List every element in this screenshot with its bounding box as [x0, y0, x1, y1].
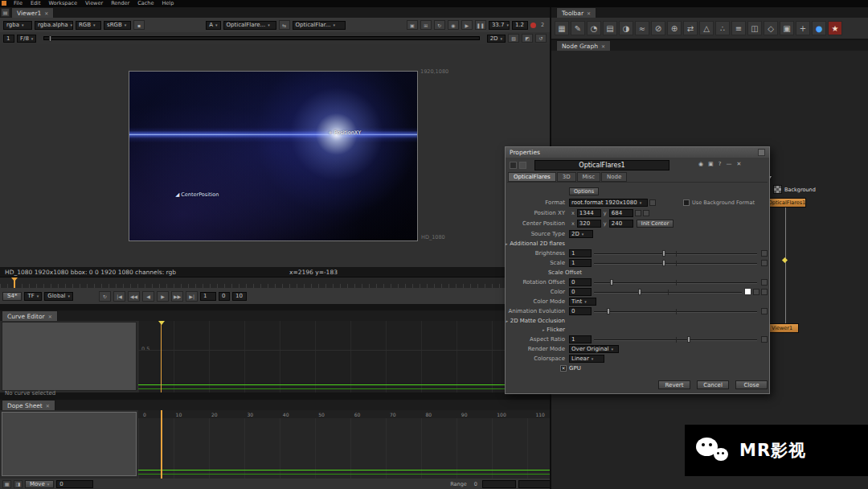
- node-graph-tab[interactable]: Node Graph ✕: [556, 40, 611, 51]
- center-x-field[interactable]: 320: [577, 220, 601, 228]
- curve-editor-tab[interactable]: Curve Editor ✕: [2, 310, 58, 321]
- alpha-layer-dropdown[interactable]: rgba.alpha: [35, 21, 73, 30]
- view-badge[interactable]: 2: [541, 22, 544, 28]
- color-slider[interactable]: [594, 288, 742, 296]
- menu-item[interactable]: Edit: [27, 0, 45, 7]
- disclosure-icon[interactable]: ▸: [542, 327, 545, 332]
- menu-item[interactable]: File: [10, 0, 27, 7]
- range-start-field[interactable]: [482, 480, 516, 488]
- range-lock-button[interactable]: S4*: [2, 292, 22, 301]
- dope-sheet-tab[interactable]: Dope Sheet ✕: [2, 400, 55, 410]
- curve-graph[interactable]: 0.5: [138, 321, 550, 392]
- background-node[interactable]: Background: [773, 185, 816, 194]
- current-frame-field[interactable]: 1: [200, 292, 216, 301]
- close-button[interactable]: Close: [735, 380, 768, 389]
- animation-menu-button[interactable]: [761, 336, 768, 343]
- time-icon[interactable]: ◔: [587, 21, 601, 35]
- ofx-icon[interactable]: ●: [812, 21, 826, 35]
- fstop-dropdown[interactable]: F/8: [17, 35, 36, 43]
- use-bg-format-checkbox[interactable]: [683, 199, 690, 206]
- keyframe-dot-icon[interactable]: [782, 257, 788, 263]
- channels-dropdown[interactable]: rgba: [3, 21, 32, 30]
- panel-menu-icon[interactable]: ▤: [1, 8, 10, 17]
- options-button[interactable]: Options: [569, 187, 599, 195]
- opticalflares-node[interactable]: OpticalFlares1: [768, 198, 806, 208]
- other-icon[interactable]: +: [796, 21, 810, 35]
- refresh-icon[interactable]: ↻: [434, 20, 445, 30]
- menu-item[interactable]: Render: [107, 0, 133, 7]
- animation-menu-button[interactable]: [635, 210, 641, 216]
- downrez-icon[interactable]: ▧: [508, 34, 519, 43]
- scale-slider[interactable]: [594, 259, 757, 267]
- color-picker-button[interactable]: [753, 289, 760, 295]
- dope-list-panel[interactable]: [2, 412, 137, 476]
- close-icon[interactable]: ✕: [587, 10, 591, 16]
- color-icon[interactable]: ◑: [619, 21, 633, 35]
- color-swatch[interactable]: [744, 288, 751, 295]
- clip-warning-icon[interactable]: ▪: [133, 20, 145, 30]
- value-field[interactable]: 0: [56, 480, 93, 488]
- curve-line[interactable]: [138, 384, 510, 385]
- playhead[interactable]: [161, 321, 162, 392]
- viewer-image[interactable]: +PositionXY ◢CenterPosition: [129, 71, 418, 241]
- deep-icon[interactable]: ≡: [731, 21, 746, 35]
- metadata-icon[interactable]: ◇: [764, 21, 778, 35]
- source-type-dropdown[interactable]: 2D: [569, 230, 593, 238]
- position-y-field[interactable]: 684: [609, 209, 633, 217]
- cancel-button[interactable]: Cancel: [697, 380, 729, 389]
- aspect-ratio-field[interactable]: 1: [569, 335, 592, 343]
- node-color-chip[interactable]: [519, 162, 526, 169]
- revert-button[interactable]: Revert: [658, 380, 690, 389]
- first-frame-button[interactable]: |◀: [113, 291, 125, 302]
- animation-evolution-field[interactable]: 0: [569, 307, 592, 315]
- disclosure-icon[interactable]: ▸: [506, 318, 508, 323]
- merge-icon[interactable]: ⊕: [667, 21, 682, 35]
- transform-icon[interactable]: ⇄: [683, 21, 698, 35]
- next-keyframe-button[interactable]: ▶▶: [171, 291, 183, 302]
- timeline-ruler[interactable]: [0, 277, 550, 288]
- flare-position-label[interactable]: +PositionXY: [328, 129, 361, 136]
- properties-titlebar[interactable]: Properties: [506, 147, 769, 158]
- display-channel-dropdown[interactable]: RGB: [76, 21, 101, 30]
- menu-item[interactable]: Cache: [133, 0, 158, 7]
- help-icon[interactable]: ?: [719, 161, 722, 167]
- matte-occlusion-label[interactable]: 2D Matte Occlusion: [510, 318, 565, 324]
- range-end-field[interactable]: [518, 480, 552, 488]
- center-y-field[interactable]: 240: [609, 220, 633, 228]
- format-dropdown[interactable]: root.format 1920x1080: [569, 199, 648, 207]
- close-icon[interactable]: ✕: [736, 161, 741, 167]
- prev-keyframe-button[interactable]: ◀◀: [128, 291, 140, 302]
- draw-icon[interactable]: ✎: [571, 21, 585, 35]
- animation-menu-button[interactable]: [761, 250, 768, 257]
- image-icon[interactable]: ▦: [555, 21, 569, 35]
- step-back-button[interactable]: ◀: [142, 291, 154, 302]
- tab-node[interactable]: Node: [601, 172, 627, 182]
- gamma-field[interactable]: 1.2: [512, 21, 528, 30]
- pause-icon[interactable]: ❚❚: [475, 20, 486, 30]
- grid-snap-icon[interactable]: ▦: [2, 480, 11, 488]
- curve-line[interactable]: [138, 474, 550, 475]
- close-icon[interactable]: ✕: [44, 10, 48, 16]
- fps-field[interactable]: 10: [232, 292, 247, 301]
- animation-evolution-slider[interactable]: [594, 307, 757, 315]
- menu-item[interactable]: Viewer: [81, 0, 107, 7]
- rotation-offset-field[interactable]: 0: [569, 278, 592, 286]
- color-panel-button[interactable]: [761, 289, 768, 295]
- colorspace-dropdown[interactable]: Linear: [569, 355, 604, 363]
- init-center-button[interactable]: Init Center: [637, 220, 674, 228]
- center-node-icon[interactable]: ◉: [698, 161, 703, 167]
- timeformat-dropdown[interactable]: TF: [24, 292, 42, 301]
- tab-3d[interactable]: 3D: [557, 172, 576, 182]
- input-b-node-dropdown[interactable]: OpticalFlar...: [293, 21, 346, 30]
- animation-menu-button[interactable]: [761, 279, 768, 286]
- overlay-icon[interactable]: ◨: [14, 480, 23, 488]
- viewer-mode-dropdown[interactable]: 2D: [487, 35, 506, 43]
- views-icon[interactable]: ◫: [747, 21, 762, 35]
- keyer-icon[interactable]: ⊘: [651, 21, 665, 35]
- minimize-icon[interactable]: —: [726, 161, 731, 167]
- curve-line[interactable]: [138, 470, 550, 471]
- gain-field[interactable]: 33.7: [489, 21, 510, 30]
- menu-item[interactable]: Help: [158, 0, 178, 7]
- framestore-icon[interactable]: ▣: [407, 20, 418, 30]
- record-dot-icon[interactable]: [530, 23, 536, 28]
